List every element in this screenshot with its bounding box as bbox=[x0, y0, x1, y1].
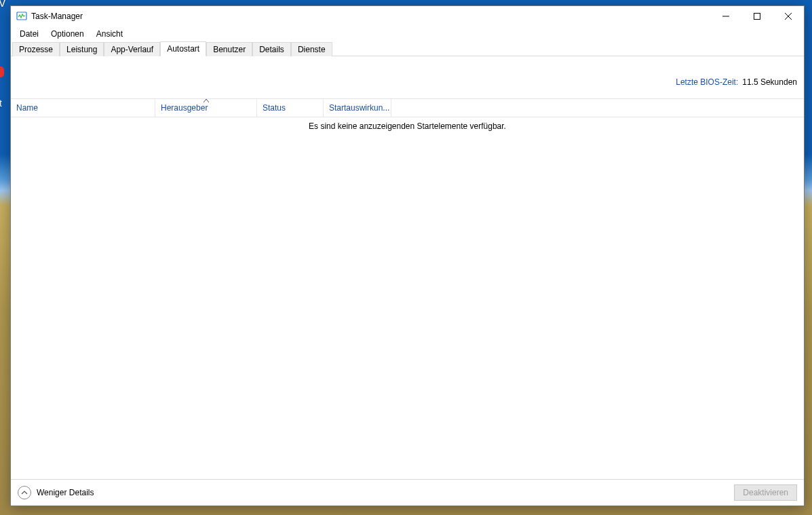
tab-processes[interactable]: Prozesse bbox=[12, 42, 60, 56]
bios-time-value: 11.5 Sekunden bbox=[742, 77, 797, 87]
tab-strip: Prozesse Leistung App-Verlauf Autostart … bbox=[11, 41, 804, 56]
column-header-publisher[interactable]: Herausgeber bbox=[155, 99, 257, 117]
tab-performance[interactable]: Leistung bbox=[60, 42, 104, 56]
content-area: Letzte BIOS-Zeit: 11.5 Sekunden Name Her… bbox=[11, 56, 804, 479]
column-header-publisher-label: Herausgeber bbox=[161, 103, 208, 113]
tab-users[interactable]: Benutzer bbox=[206, 42, 252, 56]
disable-button: Deaktivieren bbox=[734, 484, 797, 501]
desktop-background: V t Task-Manager Datei bbox=[0, 0, 812, 515]
footer: Weniger Details Deaktivieren bbox=[11, 479, 804, 506]
menubar: Datei Optionen Ansicht bbox=[11, 26, 804, 41]
window-title: Task-Manager bbox=[31, 12, 83, 21]
fewer-details-toggle[interactable]: Weniger Details bbox=[18, 486, 94, 499]
bios-time-row: Letzte BIOS-Zeit: 11.5 Sekunden bbox=[11, 56, 804, 98]
menu-options[interactable]: Optionen bbox=[45, 28, 90, 40]
column-header-name[interactable]: Name bbox=[11, 99, 155, 117]
desktop-fragment-red bbox=[0, 66, 4, 77]
column-header-name-label: Name bbox=[16, 103, 38, 113]
tab-details[interactable]: Details bbox=[252, 42, 291, 56]
task-manager-window: Task-Manager Datei Optionen Ansicht Proz… bbox=[10, 5, 805, 506]
app-icon bbox=[16, 11, 27, 22]
tab-services[interactable]: Dienste bbox=[291, 42, 332, 56]
desktop-fragment-letter: V bbox=[0, 0, 6, 9]
bios-time-label: Letzte BIOS-Zeit: bbox=[676, 77, 738, 87]
minimize-button[interactable] bbox=[710, 6, 741, 26]
titlebar[interactable]: Task-Manager bbox=[11, 6, 804, 26]
tab-startup[interactable]: Autostart bbox=[160, 41, 206, 56]
sort-indicator-icon bbox=[204, 98, 209, 104]
column-header-status-label: Status bbox=[263, 103, 286, 113]
chevron-up-circle-icon bbox=[18, 486, 31, 499]
menu-view[interactable]: Ansicht bbox=[90, 28, 129, 40]
menu-file[interactable]: Datei bbox=[14, 28, 45, 40]
column-header-impact[interactable]: Startauswirkun... bbox=[324, 99, 391, 117]
desktop-fragment-letter-2: t bbox=[0, 98, 2, 109]
tab-app-history[interactable]: App-Verlauf bbox=[104, 42, 160, 56]
column-header-impact-label: Startauswirkun... bbox=[329, 103, 389, 113]
column-header-status[interactable]: Status bbox=[257, 99, 324, 117]
fewer-details-label: Weniger Details bbox=[37, 488, 94, 497]
column-headers: Name Herausgeber Status Startauswirkun..… bbox=[11, 98, 804, 117]
close-button[interactable] bbox=[773, 6, 804, 26]
empty-list-message: Es sind keine anzuzeigenden Startelement… bbox=[11, 117, 804, 131]
svg-rect-2 bbox=[754, 14, 760, 20]
maximize-button[interactable] bbox=[741, 6, 773, 26]
